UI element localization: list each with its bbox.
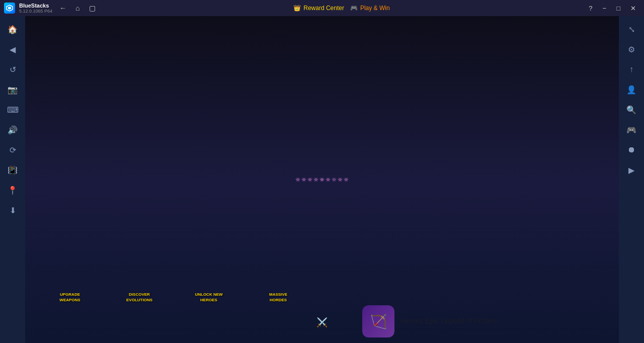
close-button[interactable]: ✕	[626, 4, 640, 13]
sidebar-icon-back[interactable]: ◀	[4, 40, 22, 58]
sidebar-icon-volume[interactable]: 🔊	[4, 121, 22, 139]
screenshots-row: UPGRADEWEAPONS	[37, 219, 340, 307]
title-bar-nav: ← ⌂ ▢	[56, 3, 98, 13]
right-icon-up[interactable]: ↑	[622, 60, 640, 78]
archero-name: Heroes Epic Legend of Archero	[400, 317, 609, 325]
app-version: 5.12.0.1065 P64	[19, 9, 52, 14]
right-icon-gamepad[interactable]: 🎮	[622, 121, 640, 139]
right-sidebar: ⤡ ⚙ ↑ 👤 🔍 🎮 ⏺ ▶	[619, 16, 644, 343]
sidebar-icon-location[interactable]: 📍	[4, 181, 22, 199]
app-name: BlueStacks	[19, 3, 52, 9]
left-sidebar: 🏠 ◀ ↺ 📷 ⌨ 🔊 ⟳ 📳 📍 ⬇	[0, 16, 25, 343]
minimize-button[interactable]: −	[599, 4, 611, 13]
reward-icon: 👑	[293, 5, 301, 12]
sidebar-icon-keyboard[interactable]: ⌨	[4, 101, 22, 119]
title-bar-left: BlueStacks 5.12.0.1065 P64 ← ⌂ ▢	[4, 3, 99, 14]
right-icon-search2[interactable]: 🔍	[622, 101, 640, 119]
sidebar-icon-home[interactable]: 🏠	[4, 20, 22, 38]
sidebar-icon-rotate[interactable]: ⟳	[4, 141, 22, 159]
app-name-version: BlueStacks 5.12.0.1065 P64	[19, 3, 52, 14]
sidebar-icon-refresh[interactable]: ↺	[4, 60, 22, 78]
right-icon-expand[interactable]: ⤡	[622, 20, 640, 38]
right-icon-record[interactable]: ⏺	[622, 141, 640, 159]
play-win-button[interactable]: 🎮 Play & Win	[350, 5, 390, 12]
right-icon-settings[interactable]: ⚙	[622, 40, 640, 58]
sidebar-icon-camera[interactable]: 📷	[4, 80, 22, 99]
reward-center-label: Reward Center	[303, 5, 344, 12]
phone-frame: 6:37 G ← 🔍 ⋮ SWIFT GAMES Heroes vs. Hord…	[25, 16, 619, 343]
title-bar-center: 👑 Reward Center 🎮 Play & Win	[293, 5, 389, 12]
title-bar-controls: ? − □ ✕	[585, 4, 640, 13]
right-icon-person[interactable]: 👤	[622, 80, 640, 99]
title-bar: BlueStacks 5.12.0.1065 P64 ← ⌂ ▢ 👑 Rewar…	[0, 0, 644, 16]
similar-item-archero[interactable]: 🏹 Heroes Epic Legend of Archero	[362, 301, 609, 341]
reward-center-button[interactable]: 👑 Reward Center	[293, 5, 344, 12]
archero-info: Heroes Epic Legend of Archero	[400, 317, 609, 326]
screenshot-4[interactable]: 👾👾👾 👾👾👾 👾👾👾 ⚔️ MASSIVEHORDES	[246, 219, 311, 307]
right-icon-macro[interactable]: ▶	[622, 161, 640, 179]
play-win-icon: 🎮	[350, 5, 358, 12]
main-area: 🏠 ◀ ↺ 📷 ⌨ 🔊 ⟳ 📳 📍 ⬇ 6:37 G ← 🔍 ⋮	[0, 16, 644, 343]
sidebar-icon-shake[interactable]: 📳	[4, 161, 22, 179]
svg-marker-1	[8, 7, 11, 10]
app-icon-archero: 🏹	[362, 305, 394, 337]
play-win-label: Play & Win	[360, 5, 390, 12]
nav-home-button[interactable]: ⌂	[72, 3, 83, 13]
nav-back-button[interactable]: ←	[56, 3, 69, 13]
maximize-button[interactable]: □	[612, 4, 624, 13]
nav-overview-button[interactable]: ▢	[86, 3, 99, 13]
sidebar-icon-download2[interactable]: ⬇	[4, 201, 22, 219]
game-info-panel: SWIFT GAMES Heroes vs. Hordes:Survivor	[25, 56, 352, 343]
help-button[interactable]: ?	[585, 4, 596, 13]
bluestacks-logo	[4, 3, 15, 14]
content-area: SWIFT GAMES Heroes vs. Hordes:Survivor	[25, 56, 619, 343]
